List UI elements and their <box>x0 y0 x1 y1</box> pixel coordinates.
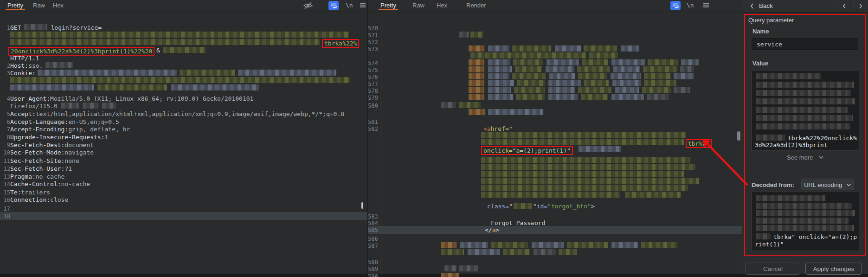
redacted-blur <box>488 45 509 52</box>
code-token: Accept-Language: <box>10 118 68 125</box>
code-line: GET login?service= <box>10 24 102 32</box>
prev-item-button[interactable] <box>842 2 847 10</box>
code-line <box>481 132 686 140</box>
code-line: tbrka" <box>481 139 712 147</box>
back-chevron-icon[interactable] <box>750 2 754 10</box>
redacted-blur <box>469 59 484 65</box>
redacted-blur <box>534 249 556 255</box>
redacted-blur <box>581 94 608 100</box>
code-line: tbrka%22% <box>10 39 359 46</box>
next-item-button[interactable] <box>858 2 863 10</box>
redacted-blur <box>491 242 528 248</box>
decoded-from-label: Decoded from: <box>752 181 794 188</box>
code-line <box>481 192 681 199</box>
request-editor-body[interactable]: 1GET login?service=tbrka%22%20onclick%3d… <box>0 12 367 274</box>
line-number: 8 <box>0 134 10 141</box>
response-editor-body[interactable]: 570571572573574575576577578579580581582<… <box>368 12 742 274</box>
code-line <box>481 185 688 192</box>
code-line: Te: trailers <box>10 189 50 196</box>
divider-grip[interactable] <box>361 202 363 209</box>
line-number: 578 <box>364 88 378 94</box>
code-line <box>444 265 478 273</box>
redacted-blur <box>459 32 469 38</box>
code-line: Cookie: <box>10 70 336 77</box>
line-number: 583 <box>364 213 378 220</box>
code-line <box>469 66 694 74</box>
redacted-blur <box>625 192 681 198</box>
code-line <box>481 157 690 164</box>
redacted-blur <box>469 109 485 115</box>
name-input[interactable]: service <box>752 38 858 50</box>
code-token: Forgot Password <box>491 219 545 226</box>
gutter-rule <box>381 12 381 274</box>
decoded-value-textarea[interactable]: tbrka" onclick="a=(2);print(1)" <box>752 192 859 251</box>
code-token: Firefox/115.0 <box>10 103 58 110</box>
redacted-blur <box>641 242 677 248</box>
code-token: tbrka" onclick="a=(2);p <box>773 233 857 240</box>
code-token: </ <box>485 226 492 233</box>
redacted-blur <box>513 59 543 65</box>
redacted-blur <box>481 178 699 184</box>
redacted-blur <box>611 94 644 100</box>
redacted-blur <box>10 39 320 45</box>
redacted-blur <box>481 132 686 138</box>
line-number: 6 <box>0 119 10 125</box>
redacted-blur <box>10 32 349 38</box>
redacted-blur <box>615 87 639 93</box>
code-line <box>469 80 676 88</box>
back-button[interactable]: Back <box>759 0 773 12</box>
code-line <box>469 45 639 53</box>
encoding-dropdown[interactable]: URL encoding <box>801 179 854 190</box>
redacted-blur <box>468 249 500 255</box>
highlighted-line <box>0 212 367 220</box>
redacted-blur <box>577 66 610 72</box>
eye-off-icon[interactable] <box>302 1 314 10</box>
name-label: Name <box>752 28 769 35</box>
tab-raw[interactable]: Raw <box>411 0 426 10</box>
redacted-blur <box>171 84 259 90</box>
line-number: 16 <box>0 197 10 203</box>
inspector-panel: Back Query parameter Name service Value … <box>742 0 868 274</box>
redacted-blur <box>579 146 621 152</box>
tab-render[interactable]: Render <box>464 0 488 10</box>
tab-raw[interactable]: Raw <box>31 0 47 10</box>
line-number: 3 <box>0 70 10 77</box>
tab-pretty[interactable]: Pretty <box>379 0 398 10</box>
redacted-blur <box>756 210 855 216</box>
response-scrollbar[interactable] <box>737 131 740 141</box>
line-number: 586 <box>364 236 378 242</box>
code-token: User-Agent: <box>10 95 50 102</box>
code-line: Sec-Fetch-Site: none <box>10 157 79 165</box>
value-textarea[interactable]: tbrka%22%20onclick%3d%22a%3d(2)%3bprint <box>752 70 859 151</box>
redacted-blur <box>611 242 638 248</box>
redacted-blur <box>621 45 639 52</box>
menu-icon[interactable] <box>359 1 366 10</box>
line-number: 579 <box>364 95 378 101</box>
code-line <box>10 77 350 84</box>
request-editor-panel: PrettyRawHex\n 1GET login?service=tbrka%… <box>0 0 367 274</box>
code-line <box>469 94 669 102</box>
code-line: Cache-Control: no-cache <box>10 180 90 188</box>
separator <box>854 0 854 12</box>
inspector-value-line <box>756 225 854 232</box>
menu-icon[interactable] <box>702 1 710 10</box>
tab-hex[interactable]: Hex <box>435 0 449 10</box>
section-divider <box>746 172 864 172</box>
tab-hex[interactable]: Hex <box>51 0 65 10</box>
apply-changes-button[interactable]: Apply changes <box>805 263 862 275</box>
code-token: class= <box>487 203 509 210</box>
line-number: 572 <box>364 39 378 45</box>
word-wrap-icon[interactable] <box>328 1 339 10</box>
tab-pretty[interactable]: Pretty <box>6 0 25 10</box>
newline-icon[interactable]: \n <box>687 1 694 10</box>
see-more-link[interactable]: See more <box>752 154 859 161</box>
redacted-blur <box>481 185 688 191</box>
redacted-blur <box>756 195 825 201</box>
cancel-button[interactable]: Cancel <box>746 263 800 275</box>
redacted-blur <box>567 242 608 248</box>
word-wrap-icon[interactable] <box>670 1 681 10</box>
code-line: Accept-Encoding: gzip, deflate, br <box>10 126 130 133</box>
redacted-blur <box>481 164 695 170</box>
newline-icon[interactable]: \n <box>346 1 353 10</box>
redacted-blur <box>460 242 488 248</box>
